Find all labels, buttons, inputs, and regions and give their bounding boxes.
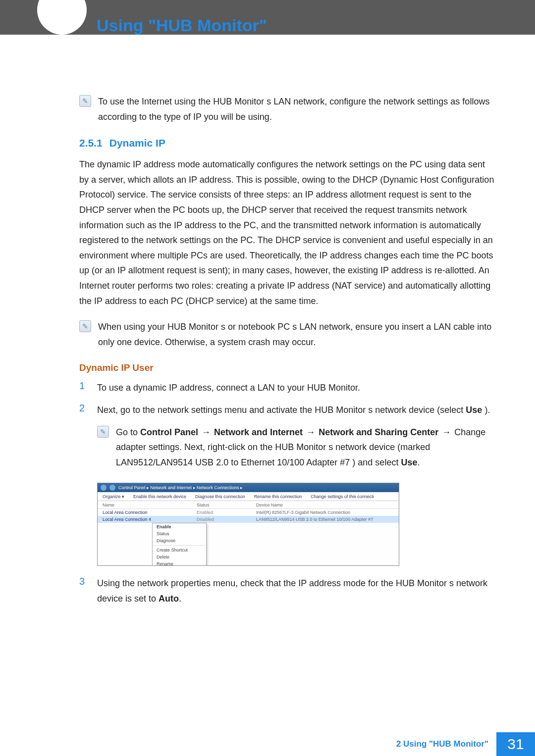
section-paragraph: The dynamic IP address mode automaticall… xyxy=(79,157,495,308)
warning-note-text: When using your HUB Monitor s or noteboo… xyxy=(98,319,495,350)
step-text: Using the network properties menu, check… xyxy=(97,576,495,606)
toolbar-diagnose: Diagnose this connection xyxy=(195,494,245,499)
table-row: Local Area Connection Enabled Intel(R) 8… xyxy=(98,509,399,516)
menu-create-shortcut: Create Shortcut xyxy=(153,547,206,554)
step-3: 3 Using the network properties menu, che… xyxy=(79,576,495,606)
screenshot-columns: Name Status Device Name xyxy=(98,501,399,509)
content-area: ✎ To use the Internet using the HUB Moni… xyxy=(79,94,495,613)
subsection-heading: Dynamic IP User xyxy=(79,362,495,373)
step-list: 1 To use a dynamic IP address, connect a… xyxy=(79,380,495,606)
intro-note: ✎ To use the Internet using the HUB Moni… xyxy=(79,94,495,124)
footer-chapter: 2 Using "HUB Monitor" xyxy=(396,739,496,749)
forward-icon xyxy=(109,485,115,491)
context-menu: Enable Status Diagnose Create Shortcut D… xyxy=(152,523,207,566)
page-title: Using "HUB Monitor" xyxy=(97,16,267,35)
menu-delete: Delete xyxy=(153,554,206,560)
back-icon xyxy=(101,485,107,491)
step-2: 2 Next, go to the network settings menu … xyxy=(79,403,495,418)
menu-rename: Rename xyxy=(153,560,206,566)
section-title: Dynamic IP xyxy=(109,137,165,149)
toolbar-change: Change settings of this connecti xyxy=(311,494,374,499)
note-icon: ✎ xyxy=(79,320,91,332)
section-number: 2.5.1 xyxy=(79,137,103,149)
network-connections-screenshot: Control Panel ▸ Network and Internet ▸ N… xyxy=(97,483,399,566)
table-row: Local Area Connection 4 Disabled LAN9512… xyxy=(98,516,399,523)
step-text: Next, go to the network settings menu an… xyxy=(97,403,490,418)
note-icon: ✎ xyxy=(97,426,109,438)
step-2-note: ✎ Go to Control Panel → Network and Inte… xyxy=(97,425,495,470)
menu-status: Status xyxy=(153,530,206,537)
step-number: 1 xyxy=(79,380,89,392)
step-text: To use a dynamic IP address, connect a L… xyxy=(97,380,360,396)
step-2-note-text: Go to Control Panel → Network and Intern… xyxy=(116,425,495,470)
section-heading: 2.5.1Dynamic IP xyxy=(79,137,495,149)
screenshot-titlebar: Control Panel ▸ Network and Internet ▸ N… xyxy=(98,483,399,492)
warning-note: ✎ When using your HUB Monitor s or noteb… xyxy=(79,319,495,350)
breadcrumb: Control Panel ▸ Network and Internet ▸ N… xyxy=(118,485,243,490)
menu-enable: Enable xyxy=(153,523,206,530)
menu-diagnose: Diagnose xyxy=(153,537,206,544)
step-number: 3 xyxy=(79,576,89,587)
toolbar-enable: Enable this network device xyxy=(133,494,186,499)
step-number: 2 xyxy=(79,403,89,414)
intro-note-text: To use the Internet using the HUB Monito… xyxy=(98,94,495,124)
note-icon: ✎ xyxy=(79,95,91,107)
screenshot-toolbar: Organize ▾ Enable this network device Di… xyxy=(98,492,399,501)
toolbar-organize: Organize ▾ xyxy=(103,494,124,499)
footer-page-number: 31 xyxy=(496,732,535,756)
page-footer: 2 Using "HUB Monitor" 31 xyxy=(396,732,535,756)
step-1: 1 To use a dynamic IP address, connect a… xyxy=(79,380,495,396)
toolbar-rename: Rename this connection xyxy=(254,494,302,499)
